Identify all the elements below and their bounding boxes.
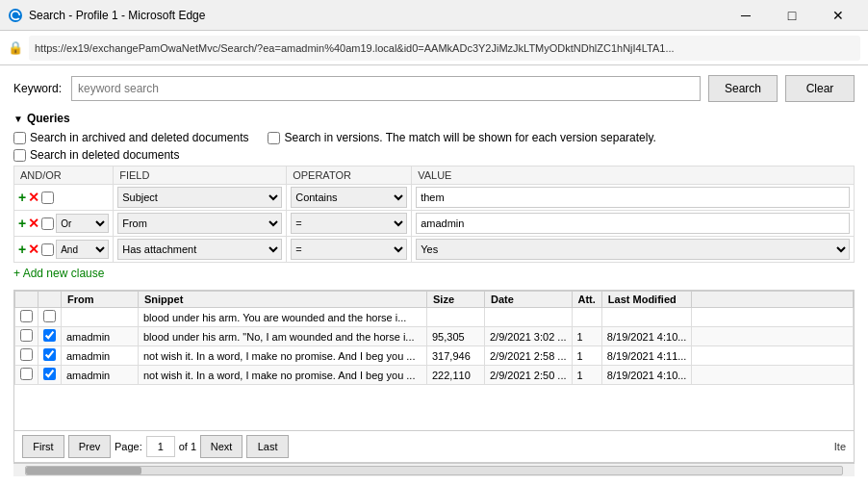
row2-checkbox[interactable] bbox=[41, 217, 54, 230]
results-table-wrap[interactable]: From Snippet Size Date Att. Last Modifie… bbox=[14, 291, 854, 430]
results-table: From Snippet Size Date Att. Last Modifie… bbox=[14, 291, 854, 385]
checkbox-deleted-label: Search in deleted documents bbox=[30, 148, 179, 162]
th-modified: Last Modified bbox=[601, 292, 692, 308]
result-row-2: amadmin not wish it. In a word, I make n… bbox=[15, 346, 854, 366]
address-input[interactable] bbox=[29, 36, 860, 61]
row1-controls: + ✕ bbox=[18, 190, 109, 205]
edge-icon bbox=[8, 8, 23, 23]
last-button[interactable]: Last bbox=[246, 435, 289, 458]
result-checkbox2-1[interactable] bbox=[38, 327, 62, 346]
result-from-1: amadmin bbox=[62, 327, 139, 346]
th-from: From bbox=[62, 292, 139, 308]
result-snippet-1: blood under his arm. "No, I am wounded a… bbox=[139, 327, 427, 346]
page-label: Page: bbox=[115, 441, 142, 452]
page-input[interactable] bbox=[146, 436, 175, 457]
scrollbar-track[interactable] bbox=[25, 466, 843, 475]
row1-checkbox[interactable] bbox=[41, 192, 54, 204]
row2-add-btn[interactable]: + bbox=[18, 216, 26, 231]
add-clause-btn[interactable]: + Add new clause bbox=[13, 263, 855, 284]
row1-value-input[interactable] bbox=[416, 187, 850, 208]
result-date-2: 2/9/2021 2:58 ... bbox=[485, 346, 573, 366]
th-check2 bbox=[38, 292, 62, 308]
result-checkbox-0[interactable] bbox=[15, 308, 38, 327]
checkbox-versions-input[interactable] bbox=[268, 132, 280, 144]
query-row-3: + ✕ And Or Subject From bbox=[14, 237, 855, 263]
row3-andor-select[interactable]: And Or bbox=[56, 240, 109, 259]
result-size-0 bbox=[427, 308, 485, 327]
th-extra bbox=[692, 292, 854, 308]
result-checkbox-1[interactable] bbox=[15, 327, 38, 346]
maximize-button[interactable]: □ bbox=[770, 0, 814, 31]
checkbox-archived-label: Search in archived and deleted documents bbox=[30, 131, 248, 144]
horizontal-scrollbar[interactable] bbox=[13, 463, 855, 476]
query-row1-value bbox=[412, 185, 855, 211]
result-checkbox-2[interactable] bbox=[15, 346, 38, 366]
row2-value-input[interactable] bbox=[416, 213, 850, 234]
queries-header: ▼ Queries bbox=[13, 112, 855, 125]
row3-remove-btn[interactable]: ✕ bbox=[28, 242, 39, 257]
row1-field-select[interactable]: Subject From Has attachment bbox=[117, 187, 282, 208]
result-checkbox-3[interactable] bbox=[15, 366, 38, 385]
query-row-1: + ✕ Subject From Has attachment bbox=[14, 185, 855, 211]
row2-andor-select[interactable]: Or And bbox=[56, 214, 109, 233]
main-content: Keyword: Search Clear ▼ Queries Search i… bbox=[0, 65, 868, 486]
title-text: Search - Profile 1 - Microsoft Edge bbox=[29, 9, 724, 22]
checkbox-archived-input[interactable] bbox=[13, 132, 26, 144]
row3-operator-select[interactable]: Contains = bbox=[291, 239, 407, 260]
row2-operator-select[interactable]: Contains = bbox=[291, 213, 407, 234]
address-bar: 🔒 bbox=[0, 31, 868, 65]
row2-remove-btn[interactable]: ✕ bbox=[28, 216, 39, 231]
checkbox-archived[interactable]: Search in archived and deleted documents bbox=[13, 131, 248, 144]
scrollbar-thumb[interactable] bbox=[26, 467, 141, 474]
result-row-0: blood under his arm. You are wounded and… bbox=[15, 308, 854, 327]
th-operator: OPERATOR bbox=[287, 166, 412, 185]
row3-controls: + ✕ And Or bbox=[18, 240, 109, 259]
query-row2-field: Subject From Has attachment bbox=[114, 211, 287, 237]
query-row1-andor: + ✕ bbox=[14, 185, 114, 211]
pagination: First Prev Page: of 1 Next Last Ite bbox=[14, 430, 854, 462]
row3-field-select[interactable]: Subject From Has attachment bbox=[117, 239, 282, 260]
result-from-2: amadmin bbox=[62, 346, 139, 366]
query-row2-value bbox=[412, 211, 855, 237]
checkbox-deleted[interactable]: Search in deleted documents bbox=[13, 148, 855, 162]
row3-add-btn[interactable]: + bbox=[18, 242, 26, 257]
window-controls: ─ □ ✕ bbox=[724, 0, 860, 31]
queries-section: ▼ Queries Search in archived and deleted… bbox=[13, 112, 855, 284]
page-total: of 1 bbox=[179, 441, 196, 452]
result-att-0 bbox=[572, 308, 601, 327]
th-date: Date bbox=[485, 292, 573, 308]
keyword-input[interactable] bbox=[71, 76, 701, 101]
row2-field-select[interactable]: Subject From Has attachment bbox=[117, 213, 282, 234]
next-button[interactable]: Next bbox=[200, 435, 243, 458]
row3-checkbox[interactable] bbox=[41, 243, 54, 256]
row2-controls: + ✕ Or And bbox=[18, 214, 109, 233]
row1-add-btn[interactable]: + bbox=[18, 190, 26, 205]
collapse-icon[interactable]: ▼ bbox=[13, 114, 23, 124]
result-checkbox2-2[interactable] bbox=[38, 346, 62, 366]
checkbox-versions[interactable]: Search in versions. The match will be sh… bbox=[268, 131, 655, 144]
query-table: AND/OR FIELD OPERATOR VALUE + ✕ bbox=[13, 166, 855, 263]
query-row2-andor: + ✕ Or And bbox=[14, 211, 114, 237]
result-date-3: 2/9/2021 2:50 ... bbox=[485, 366, 573, 385]
th-value: VALUE bbox=[412, 166, 855, 185]
checkbox-deleted-input[interactable] bbox=[13, 149, 26, 162]
query-row3-operator: Contains = bbox=[287, 237, 412, 263]
first-button[interactable]: First bbox=[22, 435, 64, 458]
search-button[interactable]: Search bbox=[708, 75, 778, 102]
th-snippet: Snippet bbox=[139, 292, 427, 308]
result-size-3: 222,110 bbox=[427, 366, 485, 385]
row1-operator-select[interactable]: Contains = bbox=[291, 187, 407, 208]
row1-remove-btn[interactable]: ✕ bbox=[28, 190, 39, 205]
minimize-button[interactable]: ─ bbox=[724, 0, 768, 31]
close-button[interactable]: ✕ bbox=[816, 0, 860, 31]
result-extra-2 bbox=[692, 346, 854, 366]
prev-button[interactable]: Prev bbox=[68, 435, 111, 458]
row3-value-select[interactable]: Yes No bbox=[416, 239, 850, 260]
result-snippet-2: not wish it. In a word, I make no promis… bbox=[139, 346, 427, 366]
query-row-2: + ✕ Or And Subject From bbox=[14, 211, 855, 237]
clear-button[interactable]: Clear bbox=[785, 75, 855, 102]
result-date-1: 2/9/2021 3:02 ... bbox=[485, 327, 573, 346]
result-checkbox2-3[interactable] bbox=[38, 366, 62, 385]
query-row1-field: Subject From Has attachment bbox=[114, 185, 287, 211]
result-checkbox2-0[interactable] bbox=[38, 308, 62, 327]
